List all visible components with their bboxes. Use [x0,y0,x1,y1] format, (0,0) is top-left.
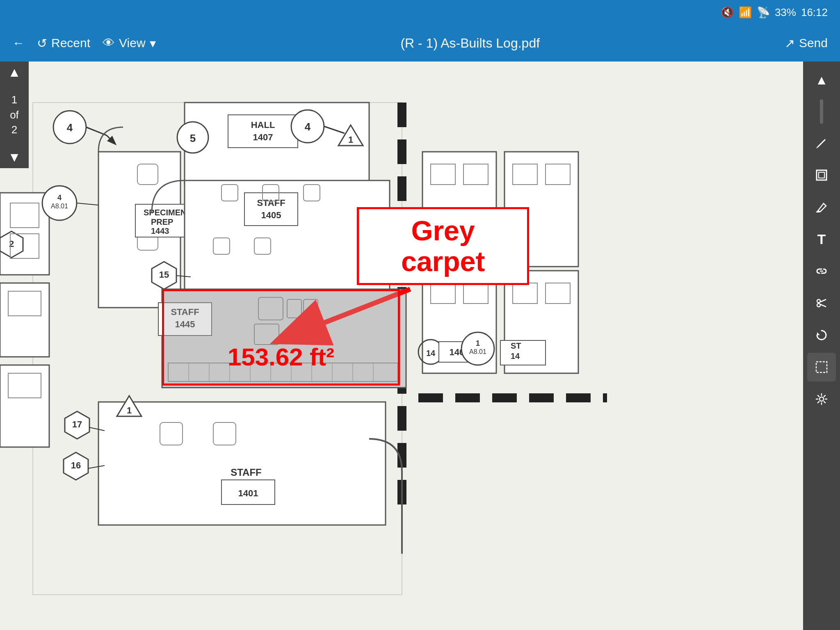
text-tool-button[interactable]: T [807,225,836,253]
svg-text:1401: 1401 [238,488,258,498]
status-icons: 🔇 📶 📡 33% 16:12 [721,6,828,19]
right-toolbar: ▲ T [803,62,840,630]
svg-text:PREP: PREP [151,217,173,226]
svg-text:1407: 1407 [253,132,273,142]
svg-text:ST: ST [511,341,521,350]
status-bar: 🔇 📶 📡 33% 16:12 [0,0,840,25]
svg-text:15: 15 [159,269,169,280]
svg-text:17: 17 [72,419,82,429]
top-toolbar: ← ↺ Recent 👁 View ▾ (R - 1) As-Builts Lo… [0,25,840,62]
page-indicator: ▲ 1 of 2 ▼ [0,62,29,168]
select-tool-button[interactable] [807,353,836,381]
svg-line-108 [818,139,825,147]
svg-text:STAFF: STAFF [257,198,285,208]
svg-rect-59 [0,365,49,447]
send-button[interactable]: ↗ Send [785,36,828,50]
pencil-tool-button[interactable] [807,193,836,221]
svg-text:STAFF: STAFF [231,467,262,478]
svg-text:2: 2 [9,239,14,249]
toolbar-right: ↗ Send [785,36,828,50]
annotation-text: Grey carpet [401,215,485,277]
svg-text:5: 5 [190,132,196,144]
svg-text:16: 16 [71,460,81,470]
rectangle-tool-button[interactable] [807,161,836,189]
svg-text:4: 4 [305,121,311,133]
back-button[interactable]: ← [12,36,25,50]
svg-rect-80 [98,402,386,525]
svg-marker-117 [817,332,820,335]
svg-rect-111 [819,172,824,178]
svg-text:1: 1 [127,405,132,415]
svg-text:1443: 1443 [151,226,169,235]
svg-text:SPECIMEN: SPECIMEN [144,208,186,217]
page-down-button[interactable]: ▼ [8,150,21,165]
svg-text:A8.01: A8.01 [469,348,486,355]
svg-line-109 [817,147,818,148]
toolbar-left: ← ↺ Recent 👁 View ▾ [12,36,156,50]
measurement-text: 153.62 ft² [228,343,334,371]
svg-text:HALL: HALL [251,120,275,130]
document-title: (R - 1) As-Builts Log.pdf [400,36,540,51]
page-number: 1 of 2 [10,92,19,137]
pen-tool-button[interactable] [807,129,836,158]
scroll-track [820,99,823,124]
svg-text:A8.01: A8.01 [51,203,68,210]
blueprint-canvas[interactable]: HALL 1407 4 4 5 1 SPECIMEN PREP 1443 STA… [0,62,812,630]
scissors-tool-button[interactable] [807,289,836,317]
link-tool-button[interactable] [807,257,836,285]
page-up-button[interactable]: ▲ [8,65,21,80]
wifi-icon: 📶 [739,6,752,19]
svg-text:1: 1 [476,339,480,347]
svg-rect-58 [0,283,49,357]
view-button[interactable]: 👁 View ▾ [103,36,155,50]
svg-text:14: 14 [426,349,436,358]
svg-point-114 [817,304,820,307]
svg-text:4: 4 [67,121,73,134]
svg-rect-110 [817,170,826,180]
scroll-up-button[interactable]: ▲ [807,66,836,94]
rotate-tool-button[interactable] [807,321,836,349]
signal-icon: 📡 [757,6,770,19]
svg-rect-101 [500,340,546,365]
battery-text: 33% [775,6,796,19]
time-text: 16:12 [801,6,828,19]
svg-text:14: 14 [511,352,520,361]
svg-point-119 [819,397,824,401]
svg-line-116 [820,304,826,307]
svg-text:1: 1 [348,135,353,145]
svg-rect-118 [816,362,827,372]
recent-button[interactable]: ↺ Recent [37,36,90,50]
mute-icon: 🔇 [721,6,734,19]
svg-text:4: 4 [57,194,62,202]
measurement-box[interactable]: 153.62 ft² [162,289,400,386]
svg-point-113 [817,299,820,303]
settings-button[interactable] [807,385,836,413]
svg-line-115 [820,299,826,302]
annotation-label-box[interactable]: Grey carpet [357,207,529,285]
svg-text:1405: 1405 [261,210,281,220]
blueprint-svg: HALL 1407 4 4 5 1 SPECIMEN PREP 1443 STA… [0,62,812,630]
